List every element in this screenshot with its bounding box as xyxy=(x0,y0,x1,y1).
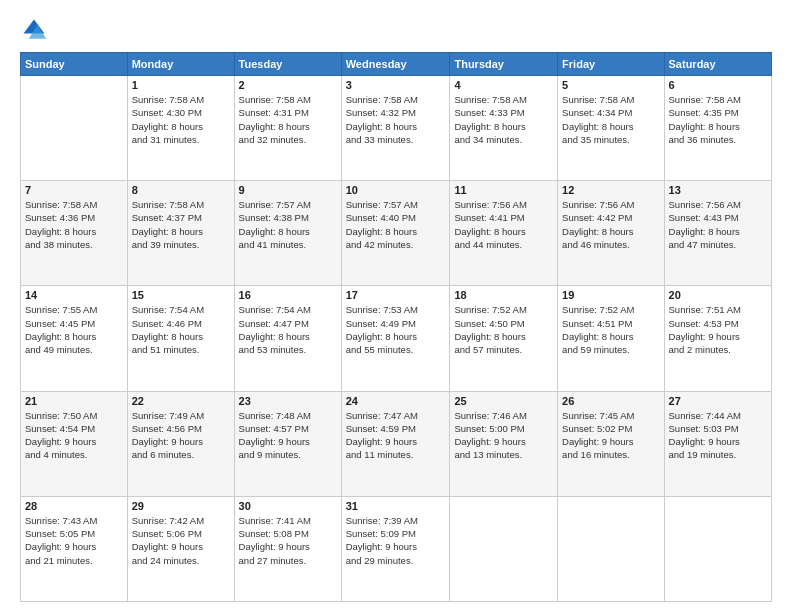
day-number: 18 xyxy=(454,289,553,301)
calendar-day-cell: 25Sunrise: 7:46 AMSunset: 5:00 PMDayligh… xyxy=(450,391,558,496)
calendar-day-cell: 24Sunrise: 7:47 AMSunset: 4:59 PMDayligh… xyxy=(341,391,450,496)
calendar-day-cell: 30Sunrise: 7:41 AMSunset: 5:08 PMDayligh… xyxy=(234,496,341,601)
calendar-day-cell: 5Sunrise: 7:58 AMSunset: 4:34 PMDaylight… xyxy=(558,76,664,181)
day-number: 22 xyxy=(132,395,230,407)
calendar-week-row: 1Sunrise: 7:58 AMSunset: 4:30 PMDaylight… xyxy=(21,76,772,181)
day-number: 20 xyxy=(669,289,767,301)
day-info: Sunrise: 7:58 AMSunset: 4:37 PMDaylight:… xyxy=(132,198,230,251)
calendar-col-header: Tuesday xyxy=(234,53,341,76)
calendar-col-header: Monday xyxy=(127,53,234,76)
calendar-col-header: Saturday xyxy=(664,53,771,76)
day-info: Sunrise: 7:58 AMSunset: 4:36 PMDaylight:… xyxy=(25,198,123,251)
calendar-day-cell: 6Sunrise: 7:58 AMSunset: 4:35 PMDaylight… xyxy=(664,76,771,181)
day-info: Sunrise: 7:52 AMSunset: 4:51 PMDaylight:… xyxy=(562,303,659,356)
page: SundayMondayTuesdayWednesdayThursdayFrid… xyxy=(0,0,792,612)
day-info: Sunrise: 7:39 AMSunset: 5:09 PMDaylight:… xyxy=(346,514,446,567)
day-number: 17 xyxy=(346,289,446,301)
day-info: Sunrise: 7:54 AMSunset: 4:46 PMDaylight:… xyxy=(132,303,230,356)
day-number: 19 xyxy=(562,289,659,301)
calendar-col-header: Wednesday xyxy=(341,53,450,76)
day-info: Sunrise: 7:58 AMSunset: 4:32 PMDaylight:… xyxy=(346,93,446,146)
calendar-day-cell: 19Sunrise: 7:52 AMSunset: 4:51 PMDayligh… xyxy=(558,286,664,391)
day-info: Sunrise: 7:54 AMSunset: 4:47 PMDaylight:… xyxy=(239,303,337,356)
day-number: 9 xyxy=(239,184,337,196)
calendar-week-row: 28Sunrise: 7:43 AMSunset: 5:05 PMDayligh… xyxy=(21,496,772,601)
calendar-col-header: Sunday xyxy=(21,53,128,76)
day-info: Sunrise: 7:56 AMSunset: 4:41 PMDaylight:… xyxy=(454,198,553,251)
day-info: Sunrise: 7:52 AMSunset: 4:50 PMDaylight:… xyxy=(454,303,553,356)
logo xyxy=(20,16,52,44)
calendar-day-cell: 31Sunrise: 7:39 AMSunset: 5:09 PMDayligh… xyxy=(341,496,450,601)
calendar-day-cell: 3Sunrise: 7:58 AMSunset: 4:32 PMDaylight… xyxy=(341,76,450,181)
calendar-day-cell xyxy=(558,496,664,601)
calendar-week-row: 21Sunrise: 7:50 AMSunset: 4:54 PMDayligh… xyxy=(21,391,772,496)
calendar-day-cell: 26Sunrise: 7:45 AMSunset: 5:02 PMDayligh… xyxy=(558,391,664,496)
calendar-col-header: Thursday xyxy=(450,53,558,76)
day-number: 1 xyxy=(132,79,230,91)
calendar-day-cell: 28Sunrise: 7:43 AMSunset: 5:05 PMDayligh… xyxy=(21,496,128,601)
day-number: 6 xyxy=(669,79,767,91)
day-number: 31 xyxy=(346,500,446,512)
day-number: 14 xyxy=(25,289,123,301)
day-number: 26 xyxy=(562,395,659,407)
calendar-day-cell: 4Sunrise: 7:58 AMSunset: 4:33 PMDaylight… xyxy=(450,76,558,181)
header xyxy=(20,16,772,44)
day-info: Sunrise: 7:45 AMSunset: 5:02 PMDaylight:… xyxy=(562,409,659,462)
day-info: Sunrise: 7:50 AMSunset: 4:54 PMDaylight:… xyxy=(25,409,123,462)
day-info: Sunrise: 7:58 AMSunset: 4:35 PMDaylight:… xyxy=(669,93,767,146)
day-number: 30 xyxy=(239,500,337,512)
calendar-day-cell: 29Sunrise: 7:42 AMSunset: 5:06 PMDayligh… xyxy=(127,496,234,601)
day-info: Sunrise: 7:58 AMSunset: 4:34 PMDaylight:… xyxy=(562,93,659,146)
day-info: Sunrise: 7:56 AMSunset: 4:43 PMDaylight:… xyxy=(669,198,767,251)
calendar-day-cell xyxy=(21,76,128,181)
day-number: 3 xyxy=(346,79,446,91)
calendar-week-row: 7Sunrise: 7:58 AMSunset: 4:36 PMDaylight… xyxy=(21,181,772,286)
logo-icon xyxy=(20,16,48,44)
calendar-day-cell: 13Sunrise: 7:56 AMSunset: 4:43 PMDayligh… xyxy=(664,181,771,286)
day-number: 4 xyxy=(454,79,553,91)
calendar-day-cell: 16Sunrise: 7:54 AMSunset: 4:47 PMDayligh… xyxy=(234,286,341,391)
day-number: 23 xyxy=(239,395,337,407)
day-number: 10 xyxy=(346,184,446,196)
day-info: Sunrise: 7:43 AMSunset: 5:05 PMDaylight:… xyxy=(25,514,123,567)
day-number: 21 xyxy=(25,395,123,407)
calendar-day-cell: 27Sunrise: 7:44 AMSunset: 5:03 PMDayligh… xyxy=(664,391,771,496)
calendar-day-cell: 8Sunrise: 7:58 AMSunset: 4:37 PMDaylight… xyxy=(127,181,234,286)
calendar-day-cell xyxy=(450,496,558,601)
calendar-day-cell: 12Sunrise: 7:56 AMSunset: 4:42 PMDayligh… xyxy=(558,181,664,286)
day-number: 13 xyxy=(669,184,767,196)
day-number: 15 xyxy=(132,289,230,301)
day-info: Sunrise: 7:44 AMSunset: 5:03 PMDaylight:… xyxy=(669,409,767,462)
calendar-day-cell: 18Sunrise: 7:52 AMSunset: 4:50 PMDayligh… xyxy=(450,286,558,391)
calendar-day-cell xyxy=(664,496,771,601)
day-info: Sunrise: 7:51 AMSunset: 4:53 PMDaylight:… xyxy=(669,303,767,356)
day-number: 2 xyxy=(239,79,337,91)
calendar-day-cell: 20Sunrise: 7:51 AMSunset: 4:53 PMDayligh… xyxy=(664,286,771,391)
day-info: Sunrise: 7:46 AMSunset: 5:00 PMDaylight:… xyxy=(454,409,553,462)
day-number: 25 xyxy=(454,395,553,407)
calendar-day-cell: 17Sunrise: 7:53 AMSunset: 4:49 PMDayligh… xyxy=(341,286,450,391)
day-info: Sunrise: 7:58 AMSunset: 4:33 PMDaylight:… xyxy=(454,93,553,146)
calendar-day-cell: 10Sunrise: 7:57 AMSunset: 4:40 PMDayligh… xyxy=(341,181,450,286)
calendar-week-row: 14Sunrise: 7:55 AMSunset: 4:45 PMDayligh… xyxy=(21,286,772,391)
day-info: Sunrise: 7:48 AMSunset: 4:57 PMDaylight:… xyxy=(239,409,337,462)
day-info: Sunrise: 7:58 AMSunset: 4:31 PMDaylight:… xyxy=(239,93,337,146)
calendar-day-cell: 14Sunrise: 7:55 AMSunset: 4:45 PMDayligh… xyxy=(21,286,128,391)
calendar-day-cell: 9Sunrise: 7:57 AMSunset: 4:38 PMDaylight… xyxy=(234,181,341,286)
day-number: 29 xyxy=(132,500,230,512)
day-number: 27 xyxy=(669,395,767,407)
day-number: 16 xyxy=(239,289,337,301)
day-number: 28 xyxy=(25,500,123,512)
day-info: Sunrise: 7:42 AMSunset: 5:06 PMDaylight:… xyxy=(132,514,230,567)
calendar-day-cell: 15Sunrise: 7:54 AMSunset: 4:46 PMDayligh… xyxy=(127,286,234,391)
calendar-day-cell: 22Sunrise: 7:49 AMSunset: 4:56 PMDayligh… xyxy=(127,391,234,496)
calendar-day-cell: 23Sunrise: 7:48 AMSunset: 4:57 PMDayligh… xyxy=(234,391,341,496)
day-number: 11 xyxy=(454,184,553,196)
day-info: Sunrise: 7:55 AMSunset: 4:45 PMDaylight:… xyxy=(25,303,123,356)
day-number: 12 xyxy=(562,184,659,196)
calendar-table: SundayMondayTuesdayWednesdayThursdayFrid… xyxy=(20,52,772,602)
calendar-day-cell: 1Sunrise: 7:58 AMSunset: 4:30 PMDaylight… xyxy=(127,76,234,181)
calendar-col-header: Friday xyxy=(558,53,664,76)
day-number: 8 xyxy=(132,184,230,196)
day-info: Sunrise: 7:41 AMSunset: 5:08 PMDaylight:… xyxy=(239,514,337,567)
